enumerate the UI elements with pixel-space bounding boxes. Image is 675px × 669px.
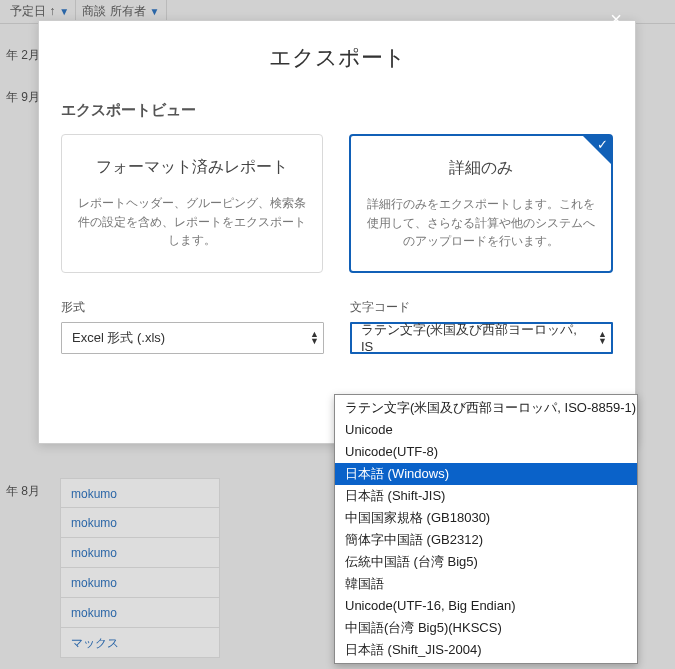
section-title: エクスポートビュー — [61, 101, 613, 120]
close-button[interactable]: × — [603, 7, 629, 33]
card-description: レポートヘッダー、グルーピング、検索条件の設定を含め、レポートをエクスポートしま… — [76, 194, 308, 250]
encoding-field: 文字コード ラテン文字(米国及び西部ヨーロッパ, IS ▲▼ — [350, 299, 613, 354]
format-label: 形式 — [61, 299, 324, 316]
encoding-value: ラテン文字(米国及び西部ヨーロッパ, IS — [361, 321, 584, 354]
card-formatted-report[interactable]: フォーマット済みレポート レポートヘッダー、グルーピング、検索条件の設定を含め、… — [61, 134, 323, 273]
encoding-option[interactable]: 伝統中国語 (台湾 Big5) — [335, 551, 637, 573]
encoding-option[interactable]: 日本語 (Shift_JIS-2004) — [335, 639, 637, 661]
encoding-option[interactable]: ラテン文字(米国及び西部ヨーロッパ, ISO-8859-1) — [335, 397, 637, 419]
format-value: Excel 形式 (.xls) — [72, 329, 165, 347]
encoding-option[interactable]: 簡体字中国語 (GB2312) — [335, 529, 637, 551]
card-details-only[interactable]: 詳細のみ 詳細行のみをエクスポートします。これを使用して、さらなる計算や他のシス… — [349, 134, 613, 273]
encoding-option[interactable]: 中国語(台湾 Big5)(HKSCS) — [335, 617, 637, 639]
encoding-option[interactable]: Unicode(UTF-8) — [335, 441, 637, 463]
selected-check-icon — [583, 136, 611, 164]
encoding-dropdown[interactable]: ラテン文字(米国及び西部ヨーロッパ, ISO-8859-1)UnicodeUni… — [334, 394, 638, 664]
select-spinner-icon: ▲▼ — [310, 331, 319, 345]
encoding-option[interactable]: 中国国家規格 (GB18030) — [335, 507, 637, 529]
encoding-option[interactable]: 日本語 (Shift-JIS) — [335, 485, 637, 507]
card-description: 詳細行のみをエクスポートします。これを使用して、さらなる計算や他のシステムへのア… — [365, 195, 597, 251]
encoding-select[interactable]: ラテン文字(米国及び西部ヨーロッパ, IS ▲▼ — [350, 322, 613, 354]
encoding-label: 文字コード — [350, 299, 613, 316]
export-view-cards: フォーマット済みレポート レポートヘッダー、グルーピング、検索条件の設定を含め、… — [61, 134, 613, 273]
close-icon: × — [610, 8, 622, 30]
encoding-option[interactable]: 韓国語 — [335, 573, 637, 595]
encoding-option[interactable]: Unicode — [335, 419, 637, 441]
card-title: 詳細のみ — [365, 158, 597, 179]
encoding-option[interactable]: Unicode(UTF-16, Big Endian) — [335, 595, 637, 617]
form-row: 形式 Excel 形式 (.xls) ▲▼ 文字コード ラテン文字(米国及び西部… — [61, 299, 613, 354]
encoding-option[interactable]: 日本語 (Windows) — [335, 463, 637, 485]
format-field: 形式 Excel 形式 (.xls) ▲▼ — [61, 299, 324, 354]
format-select[interactable]: Excel 形式 (.xls) ▲▼ — [61, 322, 324, 354]
export-dialog: × エクスポート エクスポートビュー フォーマット済みレポート レポートヘッダー… — [38, 20, 636, 444]
select-spinner-icon: ▲▼ — [598, 331, 607, 345]
dialog-title: エクスポート — [39, 21, 635, 101]
card-title: フォーマット済みレポート — [76, 157, 308, 178]
